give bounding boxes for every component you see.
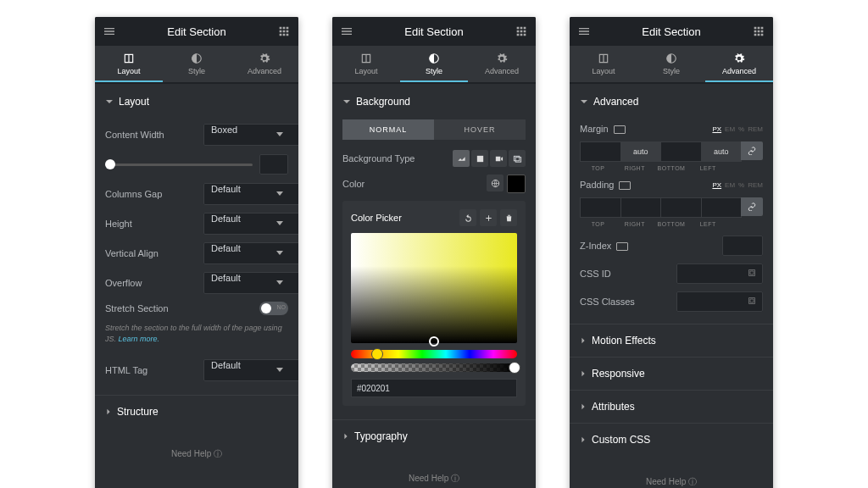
tab-advanced[interactable]: Advanced [468, 46, 536, 82]
stretch-label: Stretch Section [105, 303, 169, 313]
header: Edit Section [95, 17, 298, 46]
section-layout[interactable]: Layout [105, 84, 288, 116]
unit-rem[interactable]: REM [748, 125, 763, 133]
apps-icon[interactable] [276, 24, 292, 39]
header-title: Edit Section [117, 25, 276, 38]
header-title: Edit Section [592, 25, 751, 38]
bg-type-video-icon[interactable] [490, 150, 507, 167]
tab-layout[interactable]: Layout [332, 46, 400, 82]
apps-icon[interactable] [751, 24, 766, 39]
cssclasses-input[interactable] [676, 291, 763, 312]
section-attributes[interactable]: Attributes [570, 390, 773, 423]
svg-rect-2 [476, 155, 482, 161]
color-label: Color [342, 179, 364, 189]
footer-help[interactable]: Need Help ⓘ [105, 428, 288, 469]
tab-style[interactable]: Style [163, 46, 231, 82]
device-icon[interactable] [616, 242, 626, 251]
unit-em[interactable]: EM [725, 125, 735, 133]
section-structure[interactable]: Structure [95, 395, 298, 428]
bg-type-classic-icon[interactable] [453, 150, 470, 167]
content-width-select[interactable]: Boxed [203, 124, 298, 146]
tab-layout[interactable]: Layout [570, 46, 637, 82]
padding-top-input[interactable] [580, 197, 621, 218]
section-custom-css[interactable]: Custom CSS [570, 423, 773, 456]
margin-left-input[interactable]: auto [701, 141, 743, 162]
dynamic-icon[interactable] [747, 296, 759, 308]
saturation-value-box[interactable] [351, 233, 517, 343]
footer-help[interactable]: Need Help ⓘ [580, 456, 763, 488]
clear-icon[interactable] [500, 209, 517, 226]
menu-icon[interactable] [576, 24, 592, 39]
overflow-select[interactable]: Default [203, 272, 298, 294]
valign-select[interactable]: Default [203, 242, 298, 264]
stretch-row: Stretch Section NO [105, 302, 288, 315]
bg-type-gradient-icon[interactable] [471, 150, 488, 167]
padding-label: Padding [580, 180, 629, 190]
tab-advanced[interactable]: Advanced [705, 46, 773, 82]
seg-normal[interactable]: NORMAL [342, 119, 434, 140]
tab-advanced[interactable]: Advanced [231, 46, 298, 82]
padding-bottom-input[interactable] [660, 197, 702, 218]
device-icon[interactable] [614, 125, 624, 134]
cssid-label: CSS ID [580, 269, 611, 279]
padding-link-icon[interactable] [741, 197, 763, 216]
html-tag-label: HTML Tag [105, 365, 147, 375]
alpha-slider[interactable] [351, 363, 517, 372]
picker-title: Color Picker [351, 213, 402, 223]
margin-top-input[interactable] [580, 141, 621, 162]
menu-icon[interactable] [339, 24, 354, 39]
color-picker: Color Picker [342, 201, 526, 406]
margin-inputs: auto auto [580, 141, 763, 162]
device-icon[interactable] [619, 181, 629, 190]
panel-layout: Edit Section Layout Style Advanced Layou… [95, 17, 298, 488]
globe-icon[interactable] [487, 175, 504, 191]
unit-pct[interactable]: % [738, 125, 744, 133]
content-width-number[interactable] [259, 154, 288, 175]
footer-help[interactable]: Need Help ⓘ [342, 452, 526, 488]
content-width-slider-row [105, 154, 288, 175]
apps-icon[interactable] [514, 24, 529, 39]
margin-bottom-input[interactable] [660, 141, 702, 162]
learn-more-link[interactable]: Learn more. [119, 335, 160, 343]
bg-type-slideshow-icon[interactable] [509, 150, 526, 167]
hue-slider[interactable] [351, 350, 517, 358]
panel-style: Edit Section Layout Style Advanced Backg… [332, 17, 536, 488]
bg-type-label: Background Type [342, 153, 415, 164]
margin-units: PX EM % REM [712, 125, 763, 133]
menu-icon[interactable] [102, 24, 117, 39]
cssid-input[interactable] [676, 263, 763, 284]
cssclasses-label: CSS Classes [580, 297, 635, 307]
content-width-label: Content Width [105, 130, 164, 140]
section-motion-effects[interactable]: Motion Effects [570, 324, 773, 357]
add-icon[interactable] [480, 209, 497, 226]
padding-inputs [580, 197, 763, 218]
margin-right-input[interactable]: auto [620, 141, 662, 162]
seg-hover[interactable]: HOVER [434, 119, 526, 140]
hex-input[interactable] [351, 379, 517, 397]
unit-px[interactable]: PX [712, 125, 721, 133]
bg-type-group [453, 150, 526, 167]
tab-style[interactable]: Style [637, 46, 705, 82]
section-background[interactable]: Background [342, 84, 526, 116]
section-advanced[interactable]: Advanced [580, 84, 763, 116]
padding-left-input[interactable] [701, 197, 743, 218]
panel-body: Layout Content Width Boxed Columns GapDe… [95, 84, 298, 488]
reset-icon[interactable] [459, 209, 476, 226]
padding-right-input[interactable] [620, 197, 662, 218]
dynamic-icon[interactable] [747, 268, 759, 280]
section-responsive[interactable]: Responsive [570, 357, 773, 390]
html-tag-select[interactable]: Default [203, 359, 298, 381]
height-select[interactable]: Default [203, 213, 298, 235]
content-width-row: Content Width Boxed [105, 124, 288, 146]
tab-layout[interactable]: Layout [95, 46, 163, 82]
panel-advanced: Edit Section Layout Style Advanced Advan… [570, 17, 773, 488]
content-width-slider[interactable] [105, 164, 253, 166]
color-swatch[interactable] [507, 175, 526, 193]
columns-gap-select[interactable]: Default [203, 183, 298, 205]
stretch-toggle[interactable]: NO [259, 302, 288, 315]
zindex-input[interactable] [722, 236, 763, 256]
svg-rect-4 [515, 157, 520, 162]
section-typography[interactable]: Typography [332, 419, 536, 452]
tab-style[interactable]: Style [400, 46, 468, 82]
margin-link-icon[interactable] [741, 141, 763, 160]
